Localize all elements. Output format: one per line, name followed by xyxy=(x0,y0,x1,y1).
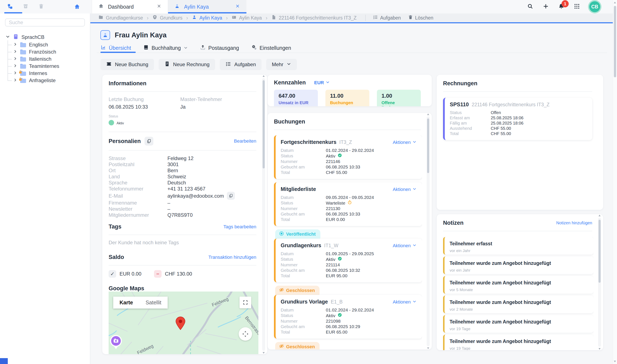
google-map[interactable]: Feldweg Bernstrasse Feldweg Karte Satell… xyxy=(109,292,258,354)
chevron-right-icon[interactable] xyxy=(13,42,17,48)
chevron-right-icon[interactable] xyxy=(13,78,17,83)
tab-dashboard[interactable]: Dashboard xyxy=(92,0,168,13)
pan-control-icon[interactable] xyxy=(239,327,252,341)
tab-postausgang[interactable]: Postausgang xyxy=(200,45,239,52)
aktionen-dropdown[interactable]: Aktionen xyxy=(393,299,417,305)
tree-item[interactable]: Teaminternes xyxy=(0,63,90,70)
home-icon[interactable] xyxy=(74,4,80,11)
fullscreen-icon[interactable] xyxy=(239,297,251,308)
folder-icon xyxy=(20,42,26,48)
status-value: Aktiv xyxy=(109,120,256,125)
neue-buchung-button[interactable]: Neue Buchung xyxy=(100,59,154,70)
avatar[interactable]: CB xyxy=(589,1,600,12)
tab-einstellungen[interactable]: Einstellungen xyxy=(251,45,291,52)
tree-item[interactable]: Englisch xyxy=(0,41,90,48)
sidebar-search-input[interactable] xyxy=(5,18,85,26)
note-card[interactable]: Teilnehmer wurde zum Angebot hinzugefügt… xyxy=(443,296,593,313)
note-card[interactable]: Teilnehmer erfasst vor ein Jahr xyxy=(443,237,593,255)
breadcrumb-item[interactable]: 221146 Fortgeschrittenenkurs IT3_Z xyxy=(271,15,356,21)
chevron-right-icon[interactable] xyxy=(13,49,17,55)
aktionen-dropdown[interactable]: Aktionen xyxy=(393,243,417,248)
note-time: vor ein Jahr xyxy=(450,268,589,273)
person-icon xyxy=(192,15,197,21)
aufgaben-button[interactable]: Aufgaben xyxy=(220,59,262,70)
map-satellit-button[interactable]: Satellit xyxy=(139,297,168,309)
breadcrumb-item-active[interactable]: Aylin Kaya xyxy=(192,15,222,21)
tree-item[interactable]: Französisch xyxy=(0,48,90,55)
tree-item[interactable]: Anfrageliste xyxy=(0,77,90,84)
tree-item-label: Teaminternes xyxy=(29,63,59,69)
close-tab-icon[interactable] xyxy=(157,4,162,10)
note-card[interactable]: Teilnehmer wurde zum Angebot hinzugefügt… xyxy=(443,335,593,350)
tags-bearbeiten-link[interactable]: Tags bearbeiten xyxy=(223,224,256,230)
close-tab-icon[interactable] xyxy=(235,4,240,10)
invoice-title: 221146 Fortgeschrittenenkurs IT3_Z xyxy=(472,102,549,107)
sidebar-footer-accent xyxy=(0,358,8,364)
note-card[interactable]: Teilnehmer wurde zum Angebot hinzugefügt… xyxy=(443,315,593,333)
loeschen-action[interactable]: Löschen xyxy=(408,15,433,21)
note-card[interactable]: Teilnehmer wurde zum Angebot hinzugefügt… xyxy=(443,276,593,294)
booking-entry: Fortgeschrittenenkurs IT3_Z Aktionen Dat… xyxy=(274,135,422,179)
checklist-icon xyxy=(373,15,378,21)
gear-icon xyxy=(251,45,257,52)
sitemap-icon[interactable] xyxy=(7,3,13,10)
trash-icon[interactable] xyxy=(38,3,44,10)
stat-label: Buchungen xyxy=(330,100,365,105)
archive-icon[interactable] xyxy=(23,3,28,10)
copy-button[interactable] xyxy=(144,137,153,145)
booking-card[interactable]: Fortgeschrittenenkurs IT3_Z Aktionen Dat… xyxy=(274,135,422,179)
chevron-right-icon[interactable] xyxy=(13,56,17,62)
booking-card[interactable]: Grundlagenkurs IT1_W Aktionen Datum01.09… xyxy=(274,239,422,282)
mehr-button[interactable]: Mehr xyxy=(266,59,297,70)
breadcrumb-item[interactable]: Aylin Kaya xyxy=(232,15,262,21)
breadcrumb-item[interactable]: Grundkurs xyxy=(152,15,182,21)
panel-scrollbar[interactable] xyxy=(598,218,601,347)
informationen-panel: Informationen Letzte Buchung 06.08.2025 … xyxy=(102,75,267,354)
copy-button[interactable] xyxy=(227,192,235,200)
invoice-card[interactable]: SPS110 221146 Fortgeschrittenenkurs IT3_… xyxy=(443,98,592,140)
currency-dropdown[interactable]: EUR xyxy=(314,80,330,86)
bearbeiten-link[interactable]: Bearbeiten xyxy=(234,138,256,144)
tree-item-label: Englisch xyxy=(29,42,48,48)
buchungen-heading: Buchungen xyxy=(274,118,421,125)
notizen-hinzufuegen-link[interactable]: Notizen hinzufügen xyxy=(556,221,592,225)
chevron-right-icon[interactable] xyxy=(13,70,17,76)
active-tab-indicator xyxy=(100,52,136,53)
aufgaben-action[interactable]: Aufgaben xyxy=(373,15,401,21)
eye-off-icon xyxy=(279,344,284,350)
page-scrollbar[interactable] xyxy=(613,0,617,364)
chevron-down-icon xyxy=(287,62,291,67)
panel-scrollbar[interactable] xyxy=(427,116,430,346)
tree-item-label: Anfrageliste xyxy=(29,78,56,83)
search-icon[interactable] xyxy=(527,3,533,10)
map-karte-button[interactable]: Karte xyxy=(113,297,139,309)
note-time: vor 19 Tage xyxy=(450,327,589,331)
breadcrumb: Grundlagenkurse › Grundkurs › Aylin Kaya… xyxy=(90,13,617,23)
booking-card[interactable]: Grundkurs Vorlage E1_B Aktionen Datum01.… xyxy=(274,295,422,338)
plus-icon[interactable] xyxy=(543,3,549,10)
street-view-icon[interactable] xyxy=(109,334,122,350)
breadcrumb-item[interactable]: Grundlagenkurse xyxy=(98,15,143,21)
booking-card[interactable]: Mitgliederliste Aktionen Datum09.05.2024… xyxy=(274,182,422,226)
note-card[interactable]: Teilnehmer wurde zum Angebot hinzugefügt… xyxy=(443,257,593,274)
chevron-right-icon[interactable] xyxy=(13,63,17,69)
aktionen-dropdown[interactable]: Aktionen xyxy=(393,140,417,145)
tree-item[interactable]: Internes xyxy=(0,70,90,77)
chevron-down-icon xyxy=(326,80,330,86)
tab-aylin-kaya[interactable]: Aylin Kaya xyxy=(168,0,246,13)
neue-rechnung-button[interactable]: Neue Rechnung xyxy=(159,59,215,70)
aktionen-dropdown[interactable]: Aktionen xyxy=(393,187,417,192)
tree-item[interactable]: Italienisch xyxy=(0,55,90,63)
tab-buchhaltung[interactable]: Buchhaltung xyxy=(143,45,188,52)
apps-grid-icon[interactable] xyxy=(574,3,580,10)
panel-scrollbar[interactable] xyxy=(262,78,265,351)
notifications-bell-icon[interactable]: 1 xyxy=(558,3,564,10)
tree-item-label: Französisch xyxy=(29,49,56,55)
transaktion-hinzufuegen-link[interactable]: Transaktion hinzufügen xyxy=(208,255,256,260)
card-icon xyxy=(232,15,236,21)
chevron-down-icon[interactable] xyxy=(5,34,10,40)
tab-uebersicht[interactable]: Übersicht xyxy=(100,45,131,52)
saldo-heading: Saldo Transaktion hinzufügen xyxy=(109,254,256,260)
tree-root-sprachcb[interactable]: SprachCB xyxy=(0,34,90,41)
notizen-panel: Notizen Notizen hinzufügen Teilnehmer er… xyxy=(437,214,603,350)
